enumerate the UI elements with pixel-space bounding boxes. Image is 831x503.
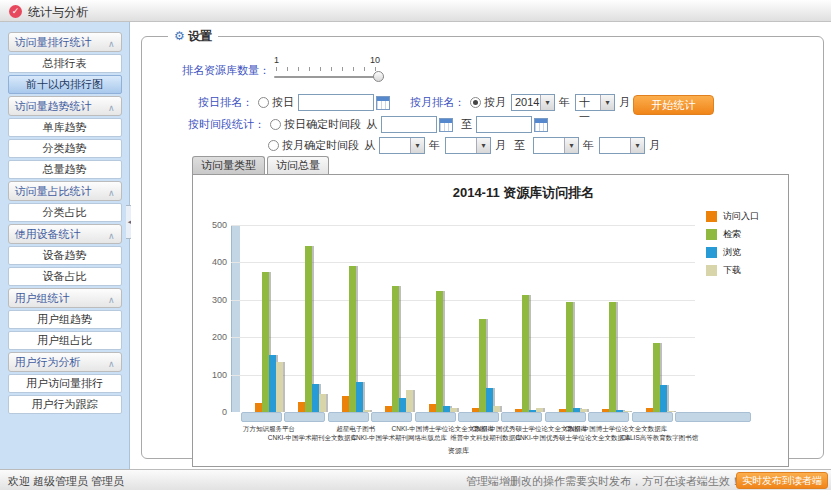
sidebar-item[interactable]: 用户组趋势 bbox=[8, 310, 122, 329]
day-rank-date-input[interactable] bbox=[298, 94, 374, 111]
sidebar-group-header[interactable]: 使用设备统计∧ bbox=[8, 224, 122, 244]
legend-item: 浏览 bbox=[706, 246, 741, 259]
sidebar-group-header[interactable]: 访问量趋势统计∧ bbox=[8, 96, 122, 116]
sidebar-item[interactable]: 分类占比 bbox=[8, 203, 122, 222]
bar-浏览 bbox=[573, 408, 580, 412]
sidebar-item[interactable]: 用户访问量排行 bbox=[8, 374, 122, 393]
bar-访问入口 bbox=[559, 409, 566, 412]
slider-max-label: 10 bbox=[370, 55, 380, 65]
bar-访问入口 bbox=[255, 403, 262, 412]
gridline bbox=[231, 262, 695, 263]
top-header-bar: ✓ 统计与分析 bbox=[0, 0, 831, 22]
sidebar-item[interactable]: 用户行为跟踪 bbox=[8, 395, 122, 414]
legend-swatch bbox=[706, 229, 717, 240]
x-axis-category-label: CALIS高等教育数字图书馆 bbox=[621, 434, 698, 443]
calendar-icon[interactable] bbox=[534, 118, 548, 132]
legend-swatch bbox=[706, 265, 717, 276]
bar-检索 bbox=[349, 266, 356, 412]
start-statistics-button[interactable]: 开始统计 bbox=[633, 95, 714, 115]
sidebar-group-header[interactable]: 用户行为分析∧ bbox=[8, 352, 122, 372]
sidebar-group-header[interactable]: 用户组统计∧ bbox=[8, 288, 122, 308]
bar-下载 bbox=[667, 411, 674, 412]
chart-base-platform bbox=[458, 412, 499, 422]
sidebar-group-label: 访问量占比统计 bbox=[15, 185, 92, 197]
chart-base-platform bbox=[545, 412, 586, 422]
chevron-up-icon: ∧ bbox=[108, 291, 115, 309]
from-month-select[interactable] bbox=[445, 137, 491, 154]
to-year-select[interactable] bbox=[533, 137, 579, 154]
bar-浏览 bbox=[486, 388, 493, 412]
period-month-radio[interactable] bbox=[268, 140, 279, 151]
day-rank-radio[interactable] bbox=[258, 97, 269, 108]
calendar-icon[interactable] bbox=[439, 118, 453, 132]
x-axis-category-label: 万方知识服务平台 bbox=[243, 425, 295, 434]
chart-base-platform bbox=[501, 412, 542, 422]
sidebar-item[interactable]: 用户组占比 bbox=[8, 331, 122, 350]
period-to-date-input[interactable] bbox=[476, 116, 532, 133]
bar-检索 bbox=[566, 302, 573, 412]
slider-row: 排名资源库数量： 1 10 bbox=[142, 55, 384, 85]
x-axis-category-label: 维普中文科技期刊数据库 bbox=[450, 434, 522, 443]
chevron-up-icon: ∧ bbox=[108, 227, 115, 245]
chart-base-platform bbox=[371, 412, 412, 422]
sidebar-item[interactable]: 前十以内排行图 bbox=[8, 75, 122, 94]
calendar-icon[interactable] bbox=[376, 96, 390, 110]
sidebar-group-header[interactable]: 访问量排行统计∧ bbox=[8, 32, 122, 52]
bar-下载 bbox=[276, 362, 283, 412]
chart-x-axis-title: 资源库 bbox=[448, 446, 469, 456]
legend-item: 检索 bbox=[706, 228, 741, 241]
slider-label: 排名资源库数量： bbox=[152, 63, 270, 78]
bar-浏览 bbox=[312, 384, 319, 412]
bar-检索 bbox=[479, 319, 486, 412]
slider-handle[interactable] bbox=[373, 71, 384, 82]
sidebar-item[interactable]: 总量趋势 bbox=[8, 160, 122, 179]
year-select[interactable]: 2014 bbox=[511, 94, 555, 111]
from-year-select[interactable] bbox=[379, 137, 425, 154]
month-unit: 月 bbox=[649, 138, 660, 153]
x-axis-category-label: 超星电子图书 bbox=[336, 425, 375, 434]
period-day-row: 按时间段统计： 按日确定时间段 从 至 bbox=[142, 116, 548, 133]
month-unit: 月 bbox=[619, 95, 630, 110]
tab-visit-total[interactable]: 访问总量 bbox=[267, 156, 329, 174]
bar-下载 bbox=[319, 394, 326, 412]
month-select[interactable]: 十一 bbox=[575, 94, 615, 111]
bar-访问入口 bbox=[385, 406, 392, 412]
tab-visit-type[interactable]: 访问量类型 bbox=[192, 156, 265, 174]
sidebar-item[interactable]: 总排行表 bbox=[8, 54, 122, 73]
publish-notice-text: 管理端增删改的操作需要实时发布，方可在读者端生效！ bbox=[466, 474, 741, 489]
chart-base-platform bbox=[632, 412, 673, 422]
legend-label: 下载 bbox=[723, 264, 741, 277]
bar-访问入口 bbox=[515, 409, 522, 412]
chart-y-axis-wall bbox=[231, 225, 240, 412]
resource-count-slider[interactable]: 1 10 bbox=[274, 55, 384, 85]
bar-浏览 bbox=[616, 410, 623, 412]
period-month-radio-label: 按月确定时间段 bbox=[282, 138, 359, 153]
slider-track[interactable] bbox=[274, 76, 384, 78]
sidebar-group-label: 用户组统计 bbox=[15, 292, 70, 304]
sidebar-item[interactable]: 设备趋势 bbox=[8, 246, 122, 265]
year-unit: 年 bbox=[583, 138, 594, 153]
sidebar-group-header[interactable]: 访问量占比统计∧ bbox=[8, 181, 122, 201]
sidebar-item[interactable]: 分类趋势 bbox=[8, 139, 122, 158]
x-axis-category-label: CNKI-中国学术期刊全文数据库 bbox=[268, 434, 357, 443]
publish-button[interactable]: 实时发布到读者端 bbox=[736, 472, 828, 489]
bar-下载 bbox=[406, 390, 413, 412]
period-from: 从 bbox=[366, 117, 377, 132]
chart-base-platform bbox=[241, 412, 282, 422]
bar-访问入口 bbox=[472, 408, 479, 412]
y-axis-tick-label: 200 bbox=[199, 332, 227, 342]
sidebar-item[interactable]: 设备占比 bbox=[8, 267, 122, 286]
month-unit: 月 bbox=[495, 138, 506, 153]
legend-label: 浏览 bbox=[723, 246, 741, 259]
bar-下载 bbox=[536, 408, 543, 412]
chart-base-platform bbox=[284, 412, 325, 422]
sidebar-menu: 访问量排行统计∧总排行表前十以内排行图访问量趋势统计∧单库趋势分类趋势总量趋势访… bbox=[0, 22, 130, 469]
sidebar-item[interactable]: 单库趋势 bbox=[8, 118, 122, 137]
month-rank-radio[interactable] bbox=[470, 97, 481, 108]
day-rank-radio-label: 按日 bbox=[272, 95, 294, 110]
period-from-date-input[interactable] bbox=[381, 116, 437, 133]
bar-检索 bbox=[436, 291, 443, 412]
to-month-select[interactable] bbox=[599, 137, 645, 154]
period-day-radio[interactable] bbox=[270, 119, 281, 130]
bar-访问入口 bbox=[429, 404, 436, 412]
